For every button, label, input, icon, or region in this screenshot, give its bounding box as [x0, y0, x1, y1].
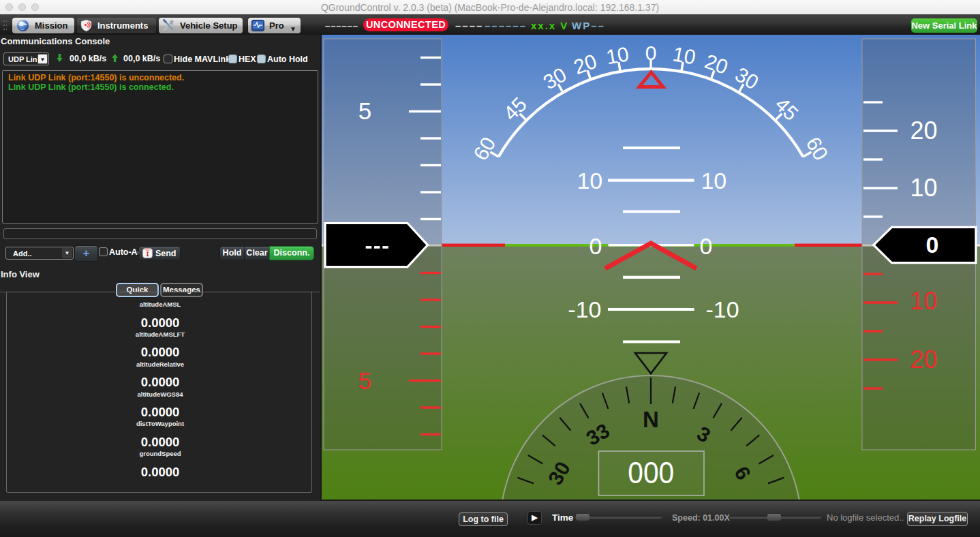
svg-text:20: 20: [910, 117, 937, 144]
svg-text:10: 10: [910, 174, 937, 202]
svg-text:-10: -10: [705, 296, 739, 322]
svg-text:5: 5: [358, 367, 371, 394]
svg-text:5: 5: [358, 97, 371, 124]
svg-text:0: 0: [589, 233, 602, 259]
svg-text:20: 20: [910, 346, 937, 373]
svg-text:-10: -10: [568, 296, 601, 322]
svg-text:0: 0: [645, 42, 657, 64]
svg-text:10: 10: [577, 168, 602, 194]
svg-text:N: N: [643, 407, 659, 432]
svg-text:0: 0: [926, 232, 939, 258]
svg-text:10: 10: [910, 287, 937, 315]
svg-text:10: 10: [671, 42, 698, 68]
svg-text:0: 0: [700, 233, 713, 259]
svg-text:10: 10: [701, 168, 726, 194]
svg-text:000: 000: [628, 456, 674, 489]
svg-text:10: 10: [604, 42, 631, 68]
